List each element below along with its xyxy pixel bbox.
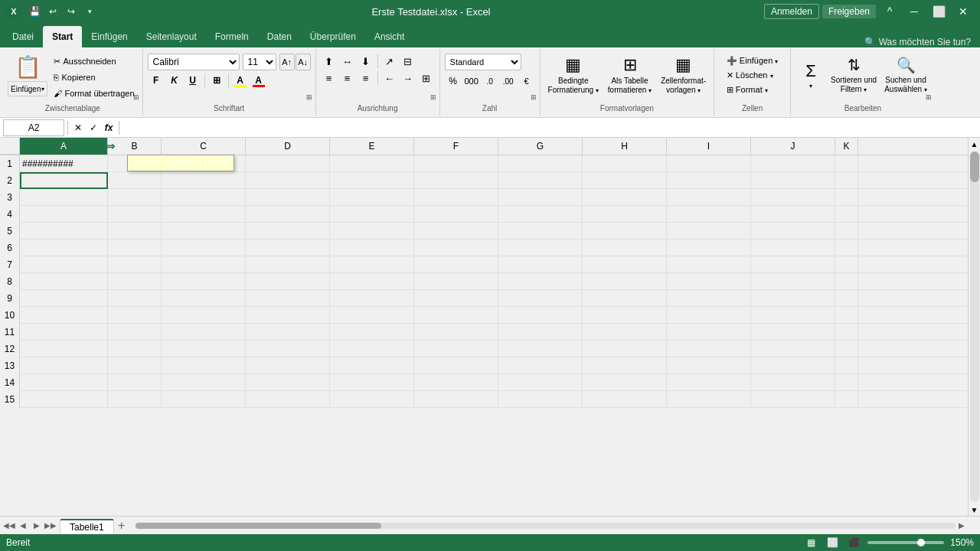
cell-H10[interactable] <box>583 307 667 324</box>
col-header-I[interactable]: I <box>667 138 751 155</box>
scroll-right-sheet-button[interactable]: ▶▶ <box>44 520 57 532</box>
cell-A5[interactable] <box>20 223 108 240</box>
cell-E8[interactable] <box>330 273 414 290</box>
zellenformatvorlagen-button[interactable]: ▦ Zellenformat-vorlagen ▾ <box>658 54 709 96</box>
decrease-decimal-button[interactable]: .00 <box>500 73 517 89</box>
cell-K1[interactable] <box>835 155 858 172</box>
cell-C10[interactable] <box>162 307 246 324</box>
cell-F8[interactable] <box>414 273 498 290</box>
cell-F15[interactable] <box>414 391 498 408</box>
cell-I11[interactable] <box>667 324 751 341</box>
cell-D3[interactable] <box>246 189 330 206</box>
cell-J4[interactable] <box>751 206 835 223</box>
cell-J12[interactable] <box>751 341 835 357</box>
zellen-einfuegen-button[interactable]: ➕ Einfügen ▾ <box>724 54 781 67</box>
row-header-15[interactable]: 15 <box>0 391 20 408</box>
cell-D4[interactable] <box>246 206 330 223</box>
cell-B6[interactable] <box>108 240 162 256</box>
cell-E3[interactable] <box>330 189 414 206</box>
indent-increase-button[interactable]: → <box>400 70 416 86</box>
col-header-H[interactable]: H <box>583 138 667 155</box>
cell-K11[interactable] <box>835 324 858 341</box>
cell-I7[interactable] <box>667 256 751 273</box>
cell-A10[interactable] <box>20 307 108 324</box>
cell-F7[interactable] <box>414 256 498 273</box>
row-header-9[interactable]: 9 <box>0 290 20 307</box>
cell-B7[interactable] <box>108 256 162 273</box>
underline-button[interactable]: U <box>185 72 201 89</box>
cell-G6[interactable] <box>498 240 583 256</box>
sheet-tab-tabelle1[interactable]: Tabelle1 <box>60 519 114 534</box>
cell-I2[interactable] <box>667 172 751 189</box>
cell-F11[interactable] <box>414 324 498 341</box>
col-header-J[interactable]: J <box>751 138 835 155</box>
cell-E7[interactable] <box>330 256 414 273</box>
row-header-5[interactable]: 5 <box>0 223 20 240</box>
hscroll-thumb[interactable] <box>136 523 381 529</box>
fill-color-button[interactable]: A <box>232 72 249 89</box>
restore-button[interactable]: ⬜ <box>928 3 949 20</box>
cell-C8[interactable] <box>162 273 246 290</box>
redo-button[interactable]: ↪ <box>63 3 80 20</box>
add-sheet-button[interactable]: + <box>114 518 129 533</box>
col-header-B[interactable]: B <box>108 138 162 155</box>
cell-F1[interactable] <box>414 155 498 172</box>
row-header-7[interactable]: 7 <box>0 256 20 273</box>
cell-H15[interactable] <box>583 391 667 408</box>
cell-G1[interactable] <box>498 155 583 172</box>
cell-C7[interactable] <box>162 256 246 273</box>
cell-D7[interactable] <box>246 256 330 273</box>
cell-B15[interactable] <box>108 391 162 408</box>
cell-K13[interactable] <box>835 357 858 374</box>
cell-I13[interactable] <box>667 357 751 374</box>
cell-H11[interactable] <box>583 324 667 341</box>
close-button[interactable]: ✕ <box>952 3 974 20</box>
tab-einfuegen[interactable]: Einfügen <box>82 26 136 47</box>
cell-F10[interactable] <box>414 307 498 324</box>
cell-D5[interactable] <box>246 223 330 240</box>
cell-J13[interactable] <box>751 357 835 374</box>
cell-F13[interactable] <box>414 357 498 374</box>
view-pagebreak-button[interactable]: ⬛ <box>846 536 861 549</box>
cell-E2[interactable] <box>330 172 414 189</box>
scroll-left-sheet-button[interactable]: ◀◀ <box>3 520 15 532</box>
cell-J10[interactable] <box>751 307 835 324</box>
cell-G9[interactable] <box>498 290 583 307</box>
formula-cancel-button[interactable]: ✕ <box>71 121 85 135</box>
prev-sheet-button[interactable]: ◀ <box>17 520 29 532</box>
tab-start[interactable]: Start <box>43 26 82 47</box>
row-header-8[interactable]: 8 <box>0 273 20 290</box>
cell-D9[interactable] <box>246 290 330 307</box>
row-header-12[interactable]: 12 <box>0 341 20 357</box>
cell-H3[interactable] <box>583 189 667 206</box>
cell-I12[interactable] <box>667 341 751 357</box>
cell-G15[interactable] <box>498 391 583 408</box>
ribbon-search-label[interactable]: Was möchten Sie tun? <box>879 37 971 47</box>
cell-G12[interactable] <box>498 341 583 357</box>
cell-J11[interactable] <box>751 324 835 341</box>
bearbeiten-expand[interactable]: ⊞ <box>924 93 933 102</box>
cell-G11[interactable] <box>498 324 583 341</box>
cell-J2[interactable] <box>751 172 835 189</box>
align-top-button[interactable]: ⬆ <box>321 54 338 69</box>
align-left-button[interactable]: ≡ <box>321 70 338 86</box>
row-header-11[interactable]: 11 <box>0 324 20 341</box>
ausrichtung-expand[interactable]: ⊞ <box>429 93 438 102</box>
bedingte-formatierung-button[interactable]: ▦ BedingteFormatierung ▾ <box>545 54 602 96</box>
corner-cell[interactable] <box>0 138 20 155</box>
cell-D2[interactable] <box>246 172 330 189</box>
cell-I9[interactable] <box>667 290 751 307</box>
cell-E1[interactable] <box>330 155 414 172</box>
cell-B8[interactable] <box>108 273 162 290</box>
wrap-text-button[interactable]: ⊟ <box>400 54 416 69</box>
ausschneiden-button[interactable]: ✂ Ausschneiden <box>51 54 137 69</box>
cell-K10[interactable] <box>835 307 858 324</box>
zwischenablage-expand[interactable]: ⊞ <box>132 93 141 102</box>
cell-H7[interactable] <box>583 256 667 273</box>
thousands-button[interactable]: 000 <box>463 73 480 89</box>
cell-K7[interactable] <box>835 256 858 273</box>
cell-G5[interactable] <box>498 223 583 240</box>
cell-J6[interactable] <box>751 240 835 256</box>
cell-J15[interactable] <box>751 391 835 408</box>
cell-F12[interactable] <box>414 341 498 357</box>
